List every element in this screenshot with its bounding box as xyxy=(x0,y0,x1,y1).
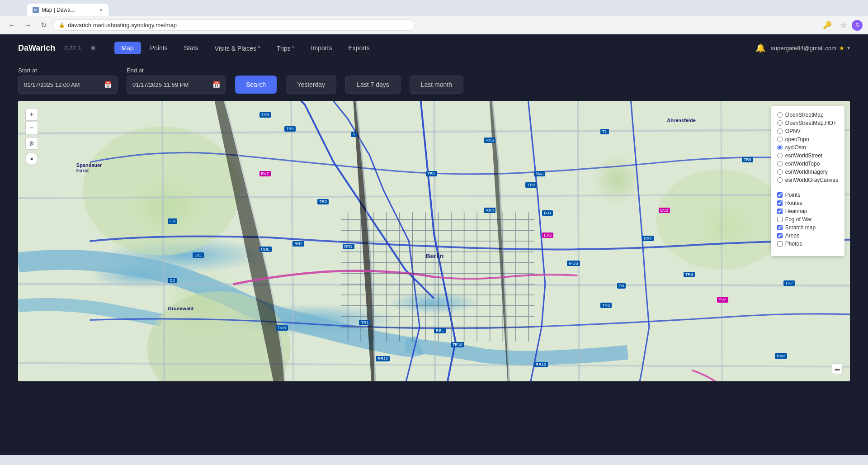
notifications-button[interactable]: 🔔 xyxy=(755,43,765,53)
zoom-in-button[interactable]: + xyxy=(25,108,38,121)
map-locate-button[interactable]: ● xyxy=(25,152,38,165)
legend-esri-wt-label: esriWorldTopo xyxy=(785,161,820,167)
map-svg-overlay xyxy=(18,101,850,381)
legend-scratch-map[interactable]: Scratch map xyxy=(777,223,838,232)
legend-osm[interactable]: OpenStreetMap xyxy=(777,111,838,119)
tab-trips[interactable]: Trips α xyxy=(269,42,302,55)
route-marker-d11: D11 xyxy=(193,252,204,258)
start-date-input[interactable]: 01/17/2025 12:00 AM 📅 xyxy=(18,76,118,94)
legend-heatmap[interactable]: Heatmap xyxy=(777,207,838,215)
legend-opnv[interactable]: OPNV xyxy=(777,127,838,135)
legend-open-topo[interactable]: openTopo xyxy=(777,135,838,143)
user-star-icon: ★ xyxy=(839,45,844,52)
route-marker-rr2: RR2 xyxy=(292,241,304,247)
legend-points[interactable]: Points xyxy=(777,191,838,199)
profile-avatar[interactable]: S xyxy=(852,20,863,31)
map-label-spandauer: SpandauerForst xyxy=(76,162,102,173)
legend-photos-label: Photos xyxy=(785,241,802,247)
legend-photos[interactable]: Photos xyxy=(777,240,838,248)
route-marker-tr6: TR6 xyxy=(742,157,753,162)
legend-scratch-label: Scratch map xyxy=(785,224,816,231)
route-marker-tr1-1: TR1 xyxy=(426,171,437,176)
app-version: 0.22.3 xyxy=(64,45,80,52)
reload-button[interactable]: ↻ xyxy=(38,19,49,31)
tab-exports[interactable]: Exports xyxy=(341,42,377,55)
user-email: supergate84@gmail.com xyxy=(771,45,836,52)
start-calendar-icon: 📅 xyxy=(104,81,112,88)
legend-osm-label: OpenStreetMap xyxy=(785,112,824,118)
route-marker-tsr: TSR xyxy=(259,112,271,118)
legend-osm-hot[interactable]: OpenStreetMap.HOT xyxy=(777,119,838,127)
zoom-out-button[interactable]: − xyxy=(25,122,38,134)
legend-cyclosm-label: cyclOsm xyxy=(785,144,806,151)
route-marker-ev2-1: EV2 xyxy=(659,208,670,213)
map-settings-button[interactable]: ⚙ xyxy=(25,137,38,150)
legend-esri-world-topo[interactable]: esriWorldTopo xyxy=(777,160,838,168)
tab-visits-places[interactable]: Visits & Places α xyxy=(208,42,268,55)
legend-fog-of-war[interactable]: Fog of War xyxy=(777,215,838,223)
route-marker-tr10: TR10 xyxy=(451,342,464,347)
main-nav: Map Points Stats Visits & Places α Trips… xyxy=(114,42,377,55)
forward-button[interactable]: → xyxy=(22,19,34,31)
tab-label: Map | Dawa... xyxy=(42,7,75,13)
legend-cyclosm[interactable]: cyclOsm xyxy=(777,143,838,152)
app-logo: DaWarIch xyxy=(18,43,55,53)
end-date-label: End at xyxy=(127,67,226,74)
route-marker-rr12: RR12 xyxy=(376,356,390,361)
svg-line-6 xyxy=(18,363,850,367)
tab-imports[interactable]: Imports xyxy=(304,42,340,55)
legend-divider xyxy=(777,188,838,188)
route-marker-rr5: RR5 xyxy=(484,138,495,143)
svg-line-11 xyxy=(577,101,580,381)
map-container[interactable]: + − ⚙ ● SpandauerForst Ahrensfelde Berli… xyxy=(18,101,850,381)
last-7-days-button[interactable]: Last 7 days xyxy=(345,76,401,94)
address-text: dawarich.mariushosting.synology.me/map xyxy=(68,22,177,28)
route-marker-map: Map xyxy=(534,171,546,176)
active-tab[interactable]: M Map | Dawa... ✕ xyxy=(27,4,108,16)
last-month-button[interactable]: Last month xyxy=(410,76,463,94)
route-marker-rde: RDE xyxy=(259,247,272,252)
route-marker-dar: DAR xyxy=(276,325,288,331)
route-marker-tr3: TR3 xyxy=(600,303,612,308)
toolbar-right: 🔑 ☆ S xyxy=(820,19,863,31)
legend-areas[interactable]: Areas xyxy=(777,232,838,240)
overlays-section: Points Routes Heatmap Fog of War Scratch… xyxy=(777,191,838,248)
map-collapse-button[interactable]: ▬ xyxy=(832,363,843,374)
map-label-ahrensfelde: Ahrensfelde xyxy=(667,118,696,123)
browser-toolbar: ← → ↻ 🔒 dawarich.mariushosting.synology.… xyxy=(0,16,868,34)
user-menu-chevron[interactable]: ▾ xyxy=(847,45,850,51)
map-legend: OpenStreetMap OpenStreetMap.HOT OPNV ope… xyxy=(771,106,844,256)
tab-stats[interactable]: Stats xyxy=(177,42,206,55)
legend-esri-world-street[interactable]: esriWorldStreet xyxy=(777,152,838,160)
end-date-value: 01/17/2025 11:59 PM xyxy=(132,81,189,88)
start-date-label: Start at xyxy=(18,67,118,74)
legend-esri-wi-label: esriWorldImagery xyxy=(785,169,828,175)
route-marker-hr: HR xyxy=(168,218,177,224)
legend-routes[interactable]: Routes xyxy=(777,199,838,207)
tab-map[interactable]: Map xyxy=(114,42,141,55)
route-marker-rr3: RR3 xyxy=(343,244,354,249)
route-marker-ev7: EV7 xyxy=(259,171,271,176)
bookmark-button[interactable]: ☆ xyxy=(837,19,849,31)
legend-esri-world-gray[interactable]: esriWorldGrayCanvas xyxy=(777,176,838,184)
route-marker-rum: RuM xyxy=(775,353,787,359)
end-date-input[interactable]: 01/17/2025 11:59 PM 📅 xyxy=(127,76,226,94)
start-date-value: 01/17/2025 12:00 AM xyxy=(24,81,80,88)
legend-esri-world-imagery[interactable]: esriWorldImagery xyxy=(777,168,838,176)
map-label-grunewald: Grunewald xyxy=(168,306,193,311)
map-label-berlin: Berlin xyxy=(426,252,444,260)
theme-toggle-button[interactable]: ☀ xyxy=(90,44,96,52)
browser-chrome: M Map | Dawa... ✕ ← → ↻ 🔒 dawarich.mariu… xyxy=(0,0,868,34)
back-button[interactable]: ← xyxy=(5,19,18,31)
password-manager-button[interactable]: 🔑 xyxy=(820,19,835,31)
tab-points[interactable]: Points xyxy=(143,42,175,55)
tab-close-button[interactable]: ✕ xyxy=(99,7,103,13)
route-marker-6ds: 6-DS xyxy=(567,261,580,266)
yesterday-button[interactable]: Yesterday xyxy=(286,76,336,94)
route-marker-d3-1: D3 xyxy=(168,278,177,283)
address-bar[interactable]: 🔒 dawarich.mariushosting.synology.me/map xyxy=(53,19,415,31)
start-date-field: Start at 01/17/2025 12:00 AM 📅 xyxy=(18,67,118,94)
route-marker-rbl: RBL xyxy=(434,328,446,333)
search-button[interactable]: Search xyxy=(235,76,277,94)
route-marker-ev2-2: EV2 xyxy=(542,232,553,238)
